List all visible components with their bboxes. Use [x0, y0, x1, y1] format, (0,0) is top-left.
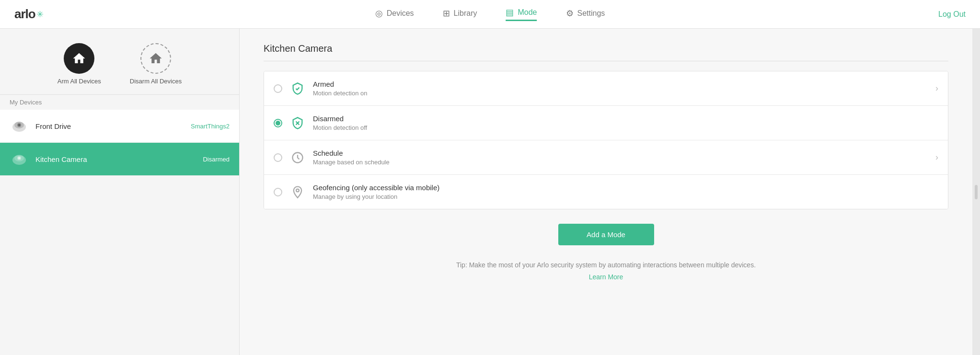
- library-icon: ⊞: [443, 8, 450, 19]
- mode-desc-geofencing: Manage by using your location: [313, 193, 938, 200]
- main-content: Kitchen Camera Armed Motion detection on…: [240, 29, 972, 355]
- mode-row-geofencing[interactable]: Geofencing (only accessible via mobile) …: [264, 175, 948, 209]
- logout-button[interactable]: Log Out: [938, 10, 966, 19]
- mode-list: Armed Motion detection on › Disarmed: [264, 71, 948, 209]
- mode-info-schedule: Schedule Manage based on schedule: [313, 149, 935, 166]
- arm-all-icon: [64, 43, 94, 74]
- main-nav: ◎ Devices ⊞ Library ▤ Mode ⚙ Settings: [375, 7, 605, 21]
- mode-name-geofencing: Geofencing (only accessible via mobile): [313, 183, 938, 192]
- schedule-icon: [290, 150, 305, 165]
- mode-desc-armed: Motion detection on: [313, 90, 935, 97]
- nav-label-mode: Mode: [518, 8, 537, 17]
- mode-info-geofencing: Geofencing (only accessible via mobile) …: [313, 183, 938, 200]
- mode-name-armed: Armed: [313, 80, 935, 88]
- settings-icon: ⚙: [566, 8, 574, 19]
- nav-label-devices: Devices: [387, 9, 414, 18]
- sidebar-actions: Arm All Devices Disarm All Devices: [0, 29, 239, 94]
- logo-bird-icon: ✳: [36, 9, 44, 20]
- sidebar: Arm All Devices Disarm All Devices My De…: [0, 29, 240, 355]
- device-name-kitchen-camera: Kitchen Camera: [35, 155, 203, 163]
- device-status-front-drive: SmartThings2: [191, 123, 230, 130]
- device-item-kitchen-camera[interactable]: Kitchen Camera Disarmed: [0, 143, 239, 176]
- svg-point-7: [18, 157, 20, 159]
- edge-handle: [975, 185, 978, 199]
- mode-icon: ▤: [506, 7, 514, 18]
- mode-radio-armed[interactable]: [274, 84, 282, 93]
- mode-row-disarmed[interactable]: Disarmed Motion detection off: [264, 106, 948, 140]
- nav-item-devices[interactable]: ◎ Devices: [375, 8, 414, 21]
- mode-desc-disarmed: Motion detection off: [313, 124, 938, 131]
- nav-item-library[interactable]: ⊞ Library: [443, 8, 477, 21]
- nav-item-settings[interactable]: ⚙ Settings: [566, 8, 605, 21]
- right-edge: [972, 29, 980, 355]
- armed-icon: [290, 81, 305, 96]
- add-mode-button[interactable]: Add a Mode: [558, 224, 654, 245]
- learn-more-link[interactable]: Learn More: [264, 273, 948, 281]
- mode-name-schedule: Schedule: [313, 149, 935, 157]
- my-devices-label: My Devices: [0, 94, 239, 110]
- mode-radio-geofencing[interactable]: [274, 188, 282, 196]
- device-thumb-front-drive: [10, 116, 29, 136]
- mode-radio-disarmed[interactable]: [274, 119, 282, 127]
- disarmed-icon: [290, 115, 305, 131]
- device-name-front-drive: Front Drive: [35, 122, 191, 130]
- mode-row-schedule[interactable]: Schedule Manage based on schedule ›: [264, 140, 948, 175]
- mode-info-disarmed: Disarmed Motion detection off: [313, 115, 938, 131]
- device-item-front-drive[interactable]: Front Drive SmartThings2: [0, 110, 239, 143]
- logo-text: arlo: [14, 7, 35, 22]
- disarm-all-label: Disarm All Devices: [130, 78, 182, 85]
- mode-info-armed: Armed Motion detection on: [313, 80, 935, 97]
- mode-name-disarmed: Disarmed: [313, 115, 938, 123]
- svg-point-11: [296, 189, 299, 192]
- device-status-kitchen-camera: Disarmed: [203, 156, 230, 163]
- mode-desc-schedule: Manage based on schedule: [313, 159, 935, 166]
- schedule-arrow-icon: ›: [935, 152, 938, 162]
- svg-point-3: [18, 124, 20, 126]
- tip-text: Tip: Make the most of your Arlo security…: [264, 260, 948, 270]
- nav-label-library: Library: [454, 9, 477, 18]
- disarm-all-button[interactable]: Disarm All Devices: [130, 43, 182, 85]
- mode-row-armed[interactable]: Armed Motion detection on ›: [264, 71, 948, 106]
- mode-radio-schedule[interactable]: [274, 153, 282, 162]
- devices-icon: ◎: [375, 8, 383, 19]
- armed-arrow-icon: ›: [935, 83, 938, 93]
- arm-all-label: Arm All Devices: [58, 78, 101, 85]
- layout: Arm All Devices Disarm All Devices My De…: [0, 29, 980, 355]
- geofencing-icon: [290, 184, 305, 200]
- header: arlo ✳ ◎ Devices ⊞ Library ▤ Mode ⚙ Sett…: [0, 0, 980, 29]
- page-title: Kitchen Camera: [264, 43, 948, 61]
- nav-item-mode[interactable]: ▤ Mode: [506, 7, 537, 21]
- arm-all-button[interactable]: Arm All Devices: [58, 43, 101, 85]
- device-thumb-kitchen-camera: [10, 149, 29, 169]
- nav-label-settings: Settings: [577, 9, 605, 18]
- logo: arlo ✳: [14, 7, 44, 22]
- disarm-all-icon: [140, 43, 171, 74]
